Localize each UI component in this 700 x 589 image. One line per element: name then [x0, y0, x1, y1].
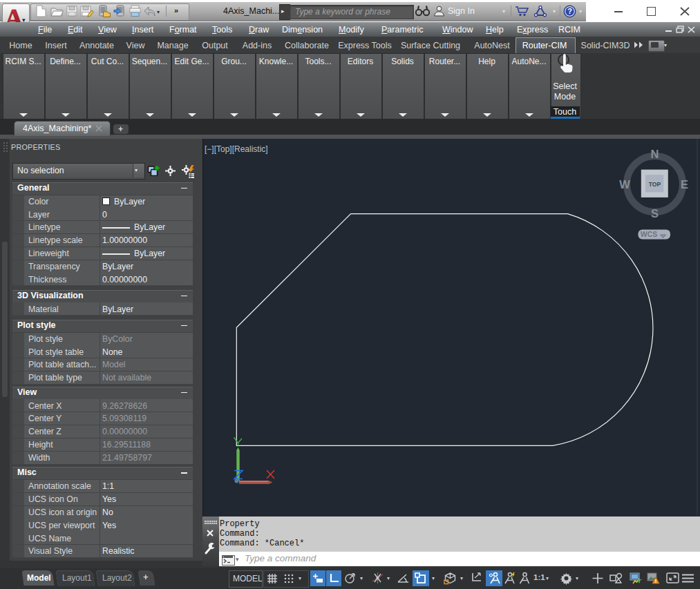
svg-text:?: ?: [567, 7, 572, 15]
svg-text:S: S: [651, 207, 659, 220]
svg-text:W: W: [619, 178, 630, 191]
svg-text:E: E: [681, 178, 688, 191]
svg-text:TOP: TOP: [649, 181, 661, 188]
svg-text:!: !: [655, 579, 656, 583]
svg-text:WCS: WCS: [641, 230, 658, 238]
svg-text:N: N: [651, 148, 659, 160]
